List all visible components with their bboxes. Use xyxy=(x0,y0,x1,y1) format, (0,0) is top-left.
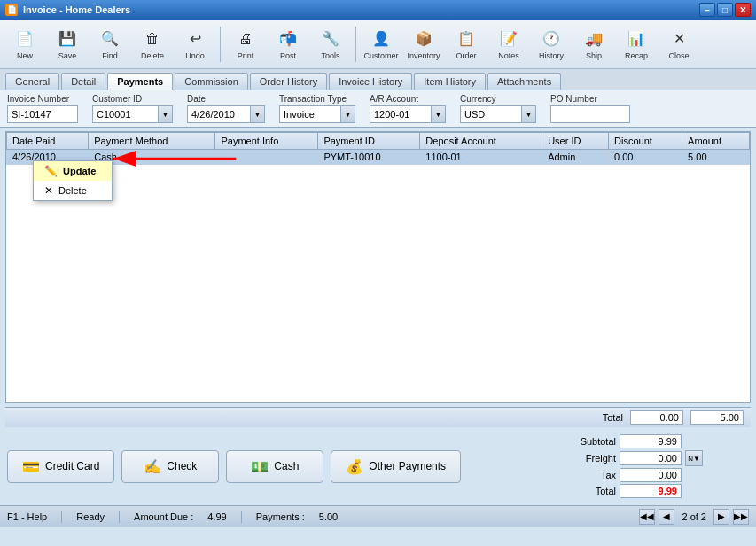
tab-item-history[interactable]: Item History xyxy=(414,73,486,90)
other-payments-button[interactable]: 💰 Other Payments xyxy=(331,450,461,483)
save-button[interactable]: 💾 Save xyxy=(48,23,87,66)
freight-dropdown[interactable]: N▼ xyxy=(685,450,703,466)
first-page-button[interactable]: ◀◀ xyxy=(639,509,655,525)
amount-due-value: 4.99 xyxy=(207,511,226,522)
cell-user-id: Admin xyxy=(542,150,609,165)
post-button[interactable]: 📬 Post xyxy=(269,23,308,66)
next-page-button[interactable]: ▶ xyxy=(713,509,729,525)
currency-dropdown[interactable]: ▼ xyxy=(522,105,536,123)
ar-account-field: ▼ xyxy=(370,105,446,123)
date-input[interactable] xyxy=(187,105,251,123)
ar-account-dropdown[interactable]: ▼ xyxy=(432,105,446,123)
status-sep-2 xyxy=(119,511,120,523)
payment-table-container[interactable]: Date Paid Payment Method Payment Info Pa… xyxy=(5,131,751,403)
update-icon: ✏️ xyxy=(44,165,58,177)
check-label: Check xyxy=(167,460,197,472)
total-summary-row: Total 9.99 xyxy=(554,484,745,498)
context-menu-update[interactable]: ✏️ Update xyxy=(34,161,112,181)
context-menu-delete-label: Delete xyxy=(58,185,87,196)
ar-account-input[interactable] xyxy=(370,105,432,123)
bottom-area: 💳 Credit Card ✍ Check 💵 Cash 💰 Other Pay… xyxy=(0,427,756,505)
toolbar-separator-1 xyxy=(220,27,221,62)
check-button[interactable]: ✍ Check xyxy=(121,450,219,483)
currency-group: Currency ▼ xyxy=(460,94,536,123)
minimize-button[interactable]: – xyxy=(699,3,715,17)
delete-button[interactable]: 🗑 Delete xyxy=(133,23,172,66)
transaction-type-input[interactable] xyxy=(279,105,341,123)
summary-panel: Subtotal 9.99 Freight 0.00 N▼ Tax 0.00 T… xyxy=(543,427,756,505)
customer-id-dropdown[interactable]: ▼ xyxy=(159,105,173,123)
recap-button[interactable]: 📊 Recap xyxy=(617,23,656,66)
order-icon: 📋 xyxy=(456,28,477,50)
app-icon: 📄 xyxy=(5,4,18,16)
transaction-type-field: ▼ xyxy=(279,105,355,123)
notes-button[interactable]: 📝 Notes xyxy=(489,23,528,66)
tab-order-history[interactable]: Order History xyxy=(250,73,327,90)
customer-id-input[interactable] xyxy=(92,105,159,123)
cash-icon: 💵 xyxy=(251,458,269,475)
status-bar: F1 - Help Ready Amount Due : 4.99 Paymen… xyxy=(0,505,756,526)
payment-buttons: 💳 Credit Card ✍ Check 💵 Cash 💰 Other Pay… xyxy=(0,427,543,505)
undo-button[interactable]: ↩ Undo xyxy=(175,23,214,66)
context-menu: ✏️ Update ✕ Delete xyxy=(33,160,113,201)
po-number-group: PO Number xyxy=(550,94,630,123)
form-area: Invoice Number Customer ID ▼ Date ▼ Tran… xyxy=(0,90,756,128)
po-number-label: PO Number xyxy=(550,94,630,104)
table-row[interactable]: 4/26/2010 Cash PYMT-10010 1100-01 Admin … xyxy=(7,150,750,165)
invoice-number-input[interactable] xyxy=(7,105,78,123)
inventory-button[interactable]: 📦 Inventory xyxy=(404,23,443,66)
date-field: ▼ xyxy=(187,105,265,123)
cell-payment-id: PYMT-10010 xyxy=(318,150,420,165)
prev-page-button[interactable]: ◀ xyxy=(659,509,674,525)
tab-detail[interactable]: Detail xyxy=(61,73,105,90)
history-button[interactable]: 🕐 History xyxy=(532,23,571,66)
inventory-icon: 📦 xyxy=(413,28,434,50)
new-button[interactable]: 📄 New xyxy=(5,23,44,66)
po-number-input[interactable] xyxy=(550,105,630,123)
customer-button[interactable]: 👤 Customer xyxy=(362,23,401,66)
total-discount: 0.00 xyxy=(630,410,683,425)
date-group: Date ▼ xyxy=(187,94,265,123)
transaction-type-dropdown[interactable]: ▼ xyxy=(341,105,355,123)
cash-button[interactable]: 💵 Cash xyxy=(226,450,323,483)
currency-input[interactable] xyxy=(460,105,522,123)
col-discount: Discount xyxy=(609,133,682,150)
cell-discount: 0.00 xyxy=(609,150,682,165)
toolbar-separator-2 xyxy=(355,27,356,62)
order-button[interactable]: 📋 Order xyxy=(447,23,486,66)
other-payments-icon: 💰 xyxy=(346,458,363,475)
maximize-button[interactable]: □ xyxy=(717,3,733,17)
find-button[interactable]: 🔍 Find xyxy=(90,23,129,66)
subtotal-label: Subtotal xyxy=(554,436,616,447)
find-icon: 🔍 xyxy=(99,28,121,50)
credit-card-button[interactable]: 💳 Credit Card xyxy=(7,450,114,483)
tab-attachments[interactable]: Attachments xyxy=(487,73,561,90)
history-icon: 🕐 xyxy=(541,28,562,50)
notes-icon: 📝 xyxy=(498,28,519,50)
undo-icon: ↩ xyxy=(184,28,206,50)
tab-payments[interactable]: Payments xyxy=(107,73,173,90)
close-button[interactable]: ✕ xyxy=(735,3,751,17)
context-menu-update-label: Update xyxy=(63,166,96,176)
print-button[interactable]: 🖨 Print xyxy=(226,23,265,66)
transaction-type-label: Transaction Type xyxy=(279,94,355,104)
toolbar-close-icon: ✕ xyxy=(668,28,690,50)
tab-general[interactable]: General xyxy=(5,73,59,90)
toolbar-close-button[interactable]: ✕ Close xyxy=(659,23,698,66)
recap-icon: 📊 xyxy=(626,28,647,50)
cell-payment-info xyxy=(215,150,318,165)
window-controls: – □ ✕ xyxy=(699,3,751,17)
delete-cm-icon: ✕ xyxy=(44,184,53,197)
nav-controls: ◀◀ ◀ 2 of 2 ▶ ▶▶ xyxy=(639,509,749,525)
ship-button[interactable]: 🚚 Ship xyxy=(574,23,613,66)
col-payment-method: Payment Method xyxy=(89,133,215,150)
tab-invoice-history[interactable]: Invoice History xyxy=(329,73,412,90)
date-dropdown[interactable]: ▼ xyxy=(251,105,265,123)
tools-button[interactable]: 🔧 Tools xyxy=(311,23,350,66)
cash-label: Cash xyxy=(274,460,299,472)
context-menu-delete[interactable]: ✕ Delete xyxy=(34,181,112,200)
last-page-button[interactable]: ▶▶ xyxy=(733,509,749,525)
invoice-number-group: Invoice Number xyxy=(7,94,78,123)
tax-row: Tax 0.00 xyxy=(554,468,745,482)
tab-commission[interactable]: Commission xyxy=(175,73,248,90)
